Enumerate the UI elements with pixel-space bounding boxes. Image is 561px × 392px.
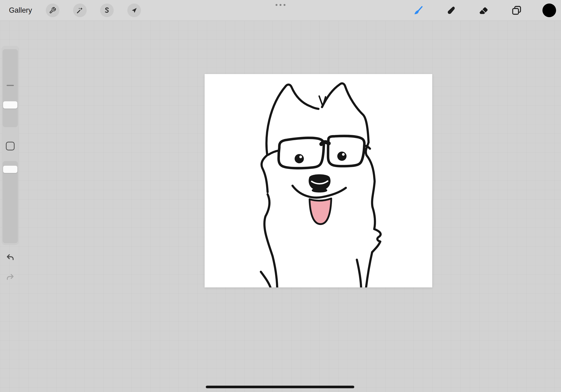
dot-icon (283, 4, 285, 6)
opacity-slider[interactable] (3, 161, 18, 243)
magic-wand-icon (76, 7, 83, 14)
undo-button[interactable] (6, 253, 15, 262)
paint-tool-button[interactable] (411, 3, 425, 17)
multitasking-indicator[interactable] (276, 4, 285, 6)
brush-size-marker (7, 85, 14, 86)
dog-drawing (205, 74, 432, 287)
brush-size-handle[interactable] (3, 101, 17, 109)
paintbrush-icon (413, 5, 423, 15)
opacity-handle[interactable] (3, 166, 17, 173)
tongue (310, 199, 331, 224)
selection-button[interactable] (100, 3, 114, 17)
glasses (268, 136, 370, 168)
smudge-finger-icon (446, 5, 456, 15)
redo-button[interactable] (6, 273, 15, 282)
transform-button[interactable] (127, 3, 141, 17)
undo-arrow-icon (6, 253, 15, 262)
brush-size-slider[interactable] (3, 49, 18, 127)
color-button[interactable] (542, 3, 556, 17)
top-toolbar: Gallery (0, 0, 561, 21)
color-swatch-circle (542, 3, 556, 17)
redo-arrow-icon (6, 273, 15, 282)
layers-button[interactable] (510, 3, 523, 17)
transform-arrow-icon (131, 7, 138, 14)
selection-s-icon (103, 7, 110, 14)
eraser-icon (479, 5, 489, 15)
dot-icon (276, 4, 278, 6)
workspace (0, 21, 561, 392)
canvas[interactable] (205, 74, 432, 287)
wrench-icon (49, 7, 56, 14)
nose (309, 174, 331, 193)
erase-tool-button[interactable] (477, 3, 491, 17)
adjustments-button[interactable] (73, 3, 87, 17)
layers-icon (512, 5, 521, 15)
smudge-tool-button[interactable] (444, 3, 458, 17)
dot-icon (280, 4, 281, 6)
gallery-button[interactable]: Gallery (9, 0, 32, 21)
sidebar (2, 46, 19, 244)
actions-button[interactable] (46, 3, 59, 17)
modify-button[interactable] (6, 142, 15, 150)
home-indicator[interactable] (206, 386, 354, 388)
